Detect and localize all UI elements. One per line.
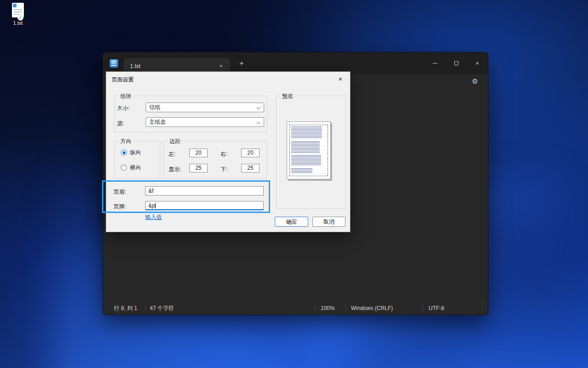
insert-values-link[interactable]: 输入值 <box>145 213 162 221</box>
dialog-close-icon[interactable]: × <box>334 74 347 85</box>
portrait-label: 纵向 <box>130 149 141 156</box>
paper-size-dropdown[interactable]: 信纸 <box>146 103 264 112</box>
margin-right-label: 右: <box>220 150 227 158</box>
text-file-icon: ✓ <box>12 3 24 17</box>
sync-check-icon: ✓ <box>17 15 23 21</box>
margin-bottom-field[interactable]: 25 <box>241 164 260 172</box>
text-caret <box>155 203 156 208</box>
portrait-radio[interactable]: 纵向 <box>121 149 141 156</box>
minimize-button[interactable] <box>424 52 446 74</box>
paper-size-label: 大小: <box>117 104 130 112</box>
orientation-group: 方向 纵向 横向 <box>114 141 160 178</box>
paper-source-value: 主纸盒 <box>149 118 166 126</box>
preview-legend: 预览 <box>280 92 295 100</box>
maximize-button[interactable] <box>446 52 467 74</box>
page-setup-dialog: 页面设置 × 纸张 大小: 信纸 源: 主纸盒 方向 纵向 <box>106 71 351 232</box>
margin-top-field[interactable]: 25 <box>189 164 208 172</box>
preview-margin-dashes <box>289 125 328 176</box>
tab-close-icon[interactable]: × <box>216 62 226 71</box>
status-bar: 行 8, 列 1 47 个字符 100% Windows (CRLF) UTF-… <box>103 301 488 315</box>
desktop-file-1txt[interactable]: ✓ 1.txt <box>5 3 31 26</box>
status-zoom: 100% <box>321 305 335 311</box>
header-value: &f <box>148 188 153 194</box>
chevron-down-icon <box>257 106 260 109</box>
radio-icon <box>121 165 127 171</box>
separator <box>345 305 346 311</box>
header-label: 页眉: <box>113 188 126 196</box>
file-corner-decoration <box>13 4 17 7</box>
status-char-count: 47 个字符 <box>150 304 174 312</box>
footer-input[interactable]: &p <box>145 201 264 210</box>
tab-title: 1.txt <box>130 63 141 69</box>
margin-left-field[interactable]: 20 <box>189 149 208 157</box>
radio-selected-icon <box>121 150 127 155</box>
preview-group: 预览 <box>276 96 346 209</box>
orientation-legend: 方向 <box>119 138 133 145</box>
desktop-file-label: 1.txt <box>5 20 31 26</box>
paper-legend: 纸张 <box>119 92 133 100</box>
chevron-down-icon <box>257 121 260 124</box>
paper-size-value: 信纸 <box>149 104 160 111</box>
margins-group: 边距 左: 20 右: 20 显示: 25 下: 25 <box>164 141 267 178</box>
desktop-wallpaper: ✓ 1.txt 1.txt × + × ⚙ 行 8, 列 1 47 个字符 <box>0 0 588 368</box>
preview-page <box>287 121 331 179</box>
status-cursor-position: 行 8, 列 1 <box>114 304 137 312</box>
status-line-ending: Windows (CRLF) <box>351 305 393 311</box>
new-tab-button[interactable]: + <box>235 57 249 70</box>
titlebar: 1.txt × + × <box>103 52 488 74</box>
landscape-radio[interactable]: 横向 <box>121 164 141 172</box>
dialog-title: 页面设置 <box>112 76 134 84</box>
paper-group: 纸张 大小: 信纸 源: 主纸盒 <box>114 96 267 132</box>
margins-legend: 边距 <box>168 138 182 145</box>
header-input[interactable]: &f <box>145 186 264 196</box>
settings-gear-icon[interactable]: ⚙ <box>469 75 481 87</box>
notepad-app-icon <box>110 59 118 68</box>
maximize-icon <box>454 61 458 65</box>
separator <box>315 305 316 311</box>
footer-value: &p <box>148 202 155 209</box>
separator <box>423 305 423 311</box>
margin-right-field[interactable]: 20 <box>241 149 260 157</box>
paper-source-label: 源: <box>117 120 124 127</box>
close-button[interactable]: × <box>467 52 488 74</box>
window-controls: × <box>424 52 488 74</box>
minimize-icon <box>433 63 437 63</box>
margin-left-label: 左: <box>169 150 175 158</box>
margin-bottom-label: 下: <box>220 166 227 173</box>
ok-button[interactable]: 确定 <box>275 217 308 227</box>
cancel-button[interactable]: 取消 <box>312 217 345 227</box>
margin-top-label: 显示: <box>169 166 181 173</box>
footer-label: 页脚: <box>113 203 126 211</box>
status-encoding: UTF-8 <box>429 305 444 311</box>
paper-source-dropdown[interactable]: 主纸盒 <box>146 117 264 127</box>
separator <box>145 305 146 311</box>
landscape-label: 横向 <box>130 164 141 172</box>
